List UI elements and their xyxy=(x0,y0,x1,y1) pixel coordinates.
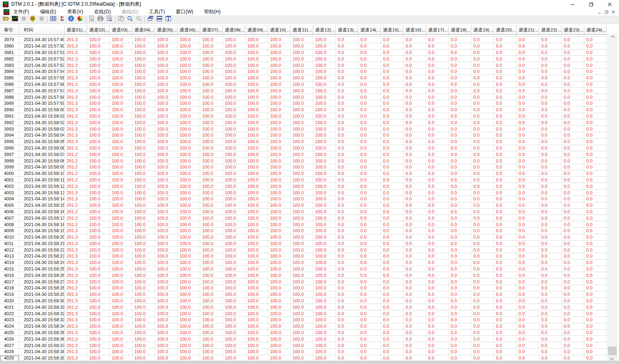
value-cell[interactable]: 100.0 xyxy=(268,189,291,196)
value-cell[interactable]: 0.0 xyxy=(381,145,404,152)
value-cell[interactable]: 0.0 xyxy=(381,272,404,279)
info-button[interactable] xyxy=(67,16,75,23)
value-cell[interactable]: 100.0 xyxy=(291,317,313,323)
value-cell[interactable]: 100.0 xyxy=(87,234,110,241)
value-cell[interactable]: 100.0 xyxy=(155,177,178,183)
time-cell[interactable]: 2021-04-30 15:58:36 xyxy=(19,336,65,342)
value-cell[interactable]: 100.0 xyxy=(313,310,336,317)
time-cell[interactable]: 2021-04-30 15:58:14 xyxy=(19,196,65,202)
value-cell[interactable]: 0.0 xyxy=(381,43,404,50)
value-cell[interactable]: 0.0 xyxy=(358,158,381,164)
column-header-channel-21[interactable]: 通道21(... xyxy=(517,25,539,35)
value-cell[interactable]: 0.0 xyxy=(517,323,539,330)
index-cell[interactable]: 3979 xyxy=(0,37,19,43)
value-cell[interactable]: 100.0 xyxy=(268,126,291,132)
value-cell[interactable]: 0.0 xyxy=(494,62,517,69)
value-cell[interactable]: 100.0 xyxy=(200,317,223,323)
value-cell[interactable]: 291.3 xyxy=(65,260,87,266)
value-cell[interactable]: 100.0 xyxy=(155,209,178,215)
value-cell[interactable]: 100.0 xyxy=(132,177,155,183)
value-cell[interactable]: 100.0 xyxy=(178,50,200,56)
value-cell[interactable]: 100.0 xyxy=(200,151,223,158)
value-cell[interactable]: 100.0 xyxy=(245,291,268,298)
value-cell[interactable]: 0.0 xyxy=(471,202,494,209)
value-cell[interactable]: 100.0 xyxy=(291,260,313,266)
value-cell[interactable]: 0.0 xyxy=(336,202,358,209)
value-cell[interactable]: 0.0 xyxy=(584,336,607,342)
value-cell[interactable]: 100.0 xyxy=(245,94,268,100)
time-cell[interactable]: 2021-04-30 15:58:08 xyxy=(19,158,65,164)
value-cell[interactable]: 0.0 xyxy=(404,100,426,107)
value-cell[interactable]: 0.0 xyxy=(539,113,562,120)
value-cell[interactable]: 0.0 xyxy=(562,196,584,202)
column-header-channel-13[interactable]: 通道13(... xyxy=(336,25,358,35)
value-cell[interactable]: 0.0 xyxy=(494,151,517,158)
value-cell[interactable]: 0.0 xyxy=(358,285,381,291)
value-cell[interactable]: 100.0 xyxy=(291,310,313,317)
value-cell[interactable]: 100.0 xyxy=(110,94,132,100)
value-cell[interactable]: 0.0 xyxy=(517,100,539,107)
value-cell[interactable]: 0.0 xyxy=(494,81,517,88)
column-header-channel-16[interactable]: 通道16(... xyxy=(404,25,426,35)
index-cell[interactable]: 3990 xyxy=(0,107,19,113)
value-cell[interactable]: 291.3 xyxy=(65,75,87,81)
value-cell[interactable]: 100.0 xyxy=(200,177,223,183)
value-cell[interactable]: 100.0 xyxy=(268,330,291,336)
index-cell[interactable]: 3983 xyxy=(0,62,19,69)
value-cell[interactable]: 100.0 xyxy=(200,43,223,50)
value-cell[interactable]: 100.0 xyxy=(87,177,110,183)
value-cell[interactable]: 0.0 xyxy=(539,87,562,94)
value-cell[interactable]: 100.0 xyxy=(268,342,291,349)
value-cell[interactable]: 100.0 xyxy=(245,100,268,107)
value-cell[interactable]: 0.0 xyxy=(404,221,426,228)
value-cell[interactable]: 0.0 xyxy=(584,113,607,120)
value-cell[interactable]: 0.0 xyxy=(449,94,471,100)
time-cell[interactable]: 2021-04-30 15:57:57 xyxy=(19,87,65,94)
value-cell[interactable]: 0.0 xyxy=(336,50,358,56)
value-cell[interactable]: 0.0 xyxy=(336,330,358,336)
index-cell[interactable]: 3996 xyxy=(0,145,19,152)
value-cell[interactable]: 291.3 xyxy=(65,81,87,88)
value-cell[interactable]: 0.0 xyxy=(449,349,471,355)
value-cell[interactable]: 0.0 xyxy=(358,260,381,266)
value-cell[interactable]: 100.0 xyxy=(110,209,132,215)
value-cell[interactable]: 0.0 xyxy=(539,209,562,215)
value-cell[interactable]: 0.0 xyxy=(471,285,494,291)
value-cell[interactable]: 100.0 xyxy=(110,62,132,69)
value-cell[interactable]: 0.0 xyxy=(426,285,449,291)
value-cell[interactable]: 100.0 xyxy=(200,87,223,94)
value-cell[interactable]: 0.0 xyxy=(539,56,562,62)
value-cell[interactable]: 100.0 xyxy=(155,151,178,158)
value-cell[interactable]: 100.0 xyxy=(313,323,336,330)
statistics-sigma-button[interactable]: Σ xyxy=(58,16,67,23)
value-cell[interactable]: 100.0 xyxy=(313,247,336,253)
value-cell[interactable]: 0.0 xyxy=(426,164,449,171)
value-cell[interactable]: 100.0 xyxy=(132,310,155,317)
value-cell[interactable]: 100.0 xyxy=(313,260,336,266)
print-button[interactable] xyxy=(96,16,105,23)
value-cell[interactable]: 100.0 xyxy=(291,139,313,145)
value-cell[interactable]: 0.0 xyxy=(539,228,562,234)
value-cell[interactable]: 0.0 xyxy=(336,69,358,75)
value-cell[interactable]: 100.0 xyxy=(178,87,200,94)
value-cell[interactable]: 0.0 xyxy=(426,107,449,113)
value-cell[interactable]: 0.0 xyxy=(336,87,358,94)
value-cell[interactable]: 0.0 xyxy=(336,336,358,342)
value-cell[interactable]: 100.0 xyxy=(268,81,291,88)
value-cell[interactable]: 100.0 xyxy=(223,132,245,139)
value-cell[interactable]: 100.0 xyxy=(132,132,155,139)
value-cell[interactable]: 0.0 xyxy=(471,304,494,310)
time-cell[interactable]: 2021-04-30 15:58:06 xyxy=(19,145,65,152)
value-cell[interactable]: 291.3 xyxy=(65,87,87,94)
value-cell[interactable]: 0.0 xyxy=(584,107,607,113)
value-cell[interactable]: 0.0 xyxy=(562,241,584,247)
value-cell[interactable]: 0.0 xyxy=(517,189,539,196)
value-cell[interactable]: 0.0 xyxy=(381,69,404,75)
value-cell[interactable]: 0.0 xyxy=(336,260,358,266)
value-cell[interactable]: 100.0 xyxy=(268,323,291,330)
value-cell[interactable]: 291.2 xyxy=(65,164,87,171)
value-cell[interactable]: 100.0 xyxy=(200,349,223,355)
value-cell[interactable]: 0.0 xyxy=(539,253,562,260)
index-cell[interactable]: 3985 xyxy=(0,75,19,81)
value-cell[interactable]: 0.0 xyxy=(449,113,471,120)
